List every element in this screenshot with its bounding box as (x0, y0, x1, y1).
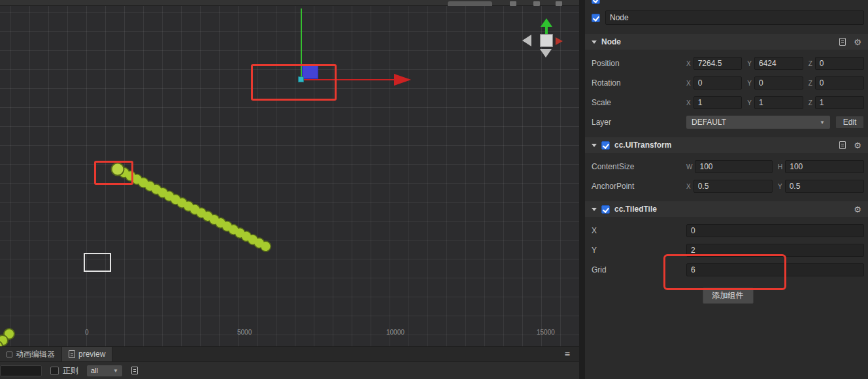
tile-chain-corner (0, 329, 14, 346)
collapse-caret-icon[interactable] (592, 144, 597, 147)
layer-dropdown[interactable]: DEFAULT ▼ (686, 116, 830, 129)
rotation-y-input[interactable] (754, 76, 803, 90)
collapse-caret-icon[interactable] (592, 41, 597, 44)
bottom-tab-bar: 动画编辑器 preview ≡ (0, 346, 579, 361)
section-header-uitransform[interactable]: cc.UITransform ⚙ (585, 137, 868, 153)
toolbar-icon-help[interactable] (510, 1, 516, 6)
section-title-tiledtile: cc.TiledTile (614, 205, 657, 214)
tab-animation-editor[interactable]: 动画编辑器 (0, 347, 62, 361)
red-annotation-box-gizmo (251, 64, 337, 101)
z-letter: Z (809, 99, 812, 107)
orientation-down-arrow-icon[interactable] (540, 49, 552, 58)
section-header-node[interactable]: Node ⚙ (585, 34, 868, 50)
search-input[interactable] (0, 365, 42, 376)
layer-row: Layer DEFAULT ▼ Edit (592, 115, 864, 129)
tile-x-row: X (592, 223, 864, 238)
anchor-point-y-input[interactable] (785, 180, 864, 193)
x-letter: X (686, 183, 691, 190)
content-size-w-input[interactable] (695, 160, 773, 173)
ruler-label-15000: 15000 (537, 329, 555, 336)
chevron-down-icon: ▼ (820, 120, 825, 125)
toolbar-icon-layout[interactable] (556, 1, 562, 6)
anchor-point-row: AnchorPoint X Y (592, 179, 864, 193)
ruler-label-10000: 10000 (386, 329, 405, 336)
tile-x-label: X (592, 226, 686, 235)
orientation-left-arrow-icon[interactable] (522, 35, 531, 46)
scale-row: Scale X Y Z (592, 95, 864, 110)
node-name-input[interactable] (605, 10, 864, 25)
section-header-tiledtile[interactable]: cc.TiledTile ⚙ (585, 201, 868, 217)
ruler-label-5000: 5000 (237, 329, 252, 336)
content-size-h-input[interactable] (785, 160, 864, 173)
tab-animation-label: 动画编辑器 (16, 349, 55, 360)
orientation-y-stem (545, 26, 548, 34)
scene-viewport[interactable]: 0 5000 10000 15000 (0, 6, 579, 346)
h-letter: H (778, 163, 782, 171)
tab-menu-icon[interactable]: ≡ (565, 350, 570, 359)
rotation-row: Rotation X Y Z (592, 76, 864, 90)
animation-editor-icon (7, 352, 12, 357)
layer-label: Layer (592, 118, 686, 127)
red-annotation-box-chain-head (94, 161, 133, 185)
status-bar: 正则 all ▼ (0, 361, 579, 379)
tiledtile-enabled-checkbox[interactable] (601, 205, 610, 214)
anchor-point-label: AnchorPoint (592, 182, 686, 191)
paste-values-icon[interactable] (839, 141, 846, 149)
orientation-cube[interactable] (540, 34, 553, 47)
tile-chain[interactable] (112, 163, 271, 250)
position-x-input[interactable] (693, 57, 743, 70)
y-letter: Y (747, 60, 752, 67)
scale-y-input[interactable] (754, 96, 803, 109)
collapse-caret-icon[interactable] (592, 208, 597, 211)
x-letter: X (686, 60, 691, 67)
tile-y-label: Y (592, 246, 686, 255)
tile-x-input[interactable] (686, 224, 864, 237)
toolbar-icon-user[interactable] (533, 1, 540, 6)
node-active-checkbox[interactable] (592, 14, 600, 22)
gear-icon[interactable]: ⚙ (854, 205, 861, 214)
log-file-icon[interactable] (131, 367, 138, 374)
y-letter: Y (747, 99, 752, 107)
layer-dropdown-value: DEFAULT (692, 118, 726, 127)
gear-icon[interactable]: ⚙ (854, 141, 861, 150)
layer-edit-button[interactable]: Edit (835, 116, 864, 129)
rotation-z-input[interactable] (815, 76, 864, 90)
cocos-editor-window: 0 5000 10000 15000 动画编辑器 preview (0, 0, 868, 379)
ruler-label-0: 0 (85, 329, 89, 336)
selection-marquee (84, 253, 111, 272)
gear-icon[interactable]: ⚙ (854, 38, 861, 46)
toolbar-button[interactable] (448, 1, 492, 6)
scale-x-input[interactable] (693, 96, 743, 109)
scene-panel: 0 5000 10000 15000 动画编辑器 preview (0, 0, 579, 379)
y-letter: Y (778, 183, 782, 190)
scene-toolbar (0, 0, 579, 6)
red-annotation-box-grid-field (663, 254, 786, 290)
content-size-row: ContentSize W H (592, 159, 864, 174)
regex-checkbox[interactable] (50, 367, 59, 375)
orientation-x-arrow-icon[interactable] (556, 37, 563, 45)
chevron-down-icon: ▼ (113, 368, 118, 374)
scale-z-input[interactable] (815, 96, 864, 109)
tab-preview-label: preview (78, 350, 105, 359)
regex-label: 正则 (63, 365, 78, 376)
position-row: Position X Y Z (592, 56, 864, 71)
section-title-node: Node (601, 37, 621, 46)
header-active-checkbox[interactable] (592, 0, 600, 4)
anchor-point-x-input[interactable] (693, 180, 773, 193)
rotation-x-input[interactable] (693, 76, 743, 90)
z-letter: Z (809, 80, 812, 87)
y-letter: Y (747, 80, 752, 87)
gizmo-x-arrowhead-icon[interactable] (394, 74, 411, 86)
x-letter: X (686, 99, 691, 107)
paste-values-icon[interactable] (839, 38, 846, 46)
orientation-gizmo[interactable] (520, 18, 565, 63)
tab-preview[interactable]: preview (62, 347, 112, 361)
filter-dropdown[interactable]: all ▼ (87, 365, 122, 376)
position-y-input[interactable] (754, 57, 803, 70)
filter-dropdown-value: all (91, 367, 98, 374)
section-title-uitransform: cc.UITransform (614, 140, 671, 150)
scale-label: Scale (592, 98, 686, 107)
uitransform-enabled-checkbox[interactable] (601, 141, 610, 150)
position-z-input[interactable] (815, 57, 864, 70)
tile-chain-sprite[interactable] (0, 6, 579, 346)
